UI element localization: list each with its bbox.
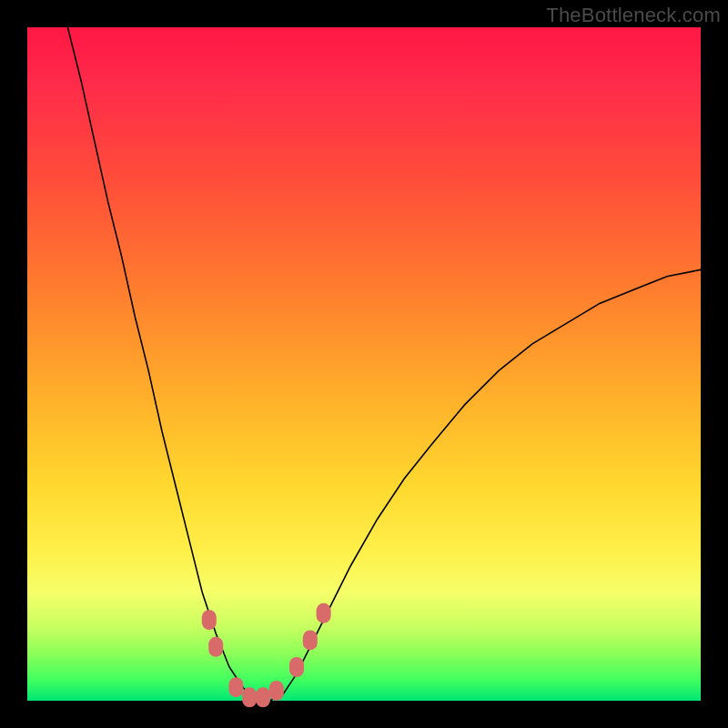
valley-markers xyxy=(202,603,331,708)
outer-frame: TheBottleneck.com xyxy=(0,0,728,728)
marker-left-cluster-top xyxy=(202,610,217,630)
bottleneck-curve xyxy=(67,27,701,701)
plot-area xyxy=(27,27,701,701)
marker-right-cluster-2 xyxy=(303,630,318,650)
marker-right-cluster-3 xyxy=(317,603,331,623)
marker-valley-3 xyxy=(256,687,270,707)
curve-svg xyxy=(27,27,701,701)
marker-valley-2 xyxy=(242,687,257,707)
watermark-text: TheBottleneck.com xyxy=(546,4,721,27)
marker-left-cluster-bottom xyxy=(208,637,223,657)
marker-valley-1 xyxy=(228,677,243,697)
marker-valley-4 xyxy=(269,681,284,701)
marker-right-cluster-1 xyxy=(289,657,304,677)
